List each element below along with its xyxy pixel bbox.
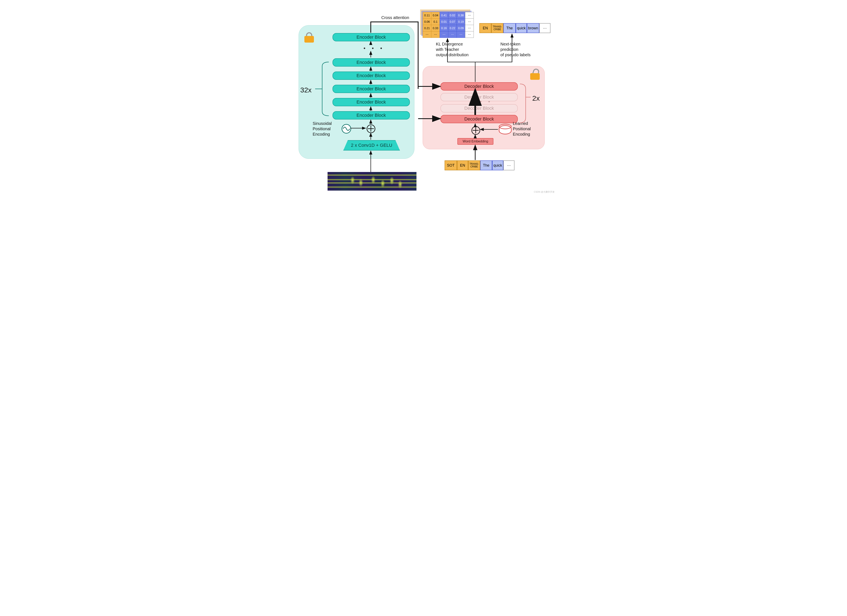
next-token-label: Next-token prediction of pseudo labels — [500, 41, 531, 57]
matrix-cell: 0.1 — [431, 18, 440, 25]
token-cell: The — [480, 161, 492, 170]
token-cell: quick — [492, 161, 503, 170]
matrix-cell: 0.19 — [457, 18, 465, 25]
watermark: CSDN @大鹏学开发 — [534, 190, 555, 193]
spectrogram-input — [328, 172, 416, 191]
matrix-cell: ⋯ — [423, 31, 431, 38]
token-cell: EN — [480, 23, 491, 33]
decoder-block-faded-2: Decoder Block — [440, 104, 518, 112]
matrix-cell: 0.02 — [448, 12, 457, 19]
encoder-block-1: Encoder Block — [332, 111, 410, 119]
encoder-ellipsis: • • • — [363, 45, 385, 52]
encoder-block-4: Encoder Block — [332, 72, 410, 80]
matrix-cell: 0.04 — [431, 12, 440, 19]
matrix-cell: 0.33 — [431, 25, 440, 31]
learned-pe-icon — [499, 125, 512, 134]
matrix-cell: 0.38 — [457, 12, 465, 19]
sine-icon — [342, 124, 351, 134]
conv-gelu-block: 2 x Conv1D + GELU — [343, 140, 400, 150]
matrix-cell: 0.07 — [448, 18, 457, 25]
matrix-cell: ⋯ — [465, 25, 474, 31]
learned-pe-label: Learned Positional Encoding — [513, 121, 531, 137]
word-embedding-block: Word Embedding — [457, 138, 493, 145]
matrix-cell: ⋯ — [465, 12, 474, 19]
matrix-cell: 0.41 — [440, 12, 448, 19]
token-cell: SOT — [444, 161, 457, 170]
output-token-row: ENTRANS- CRIBEThequickbrown⋯ — [480, 23, 550, 33]
token-cell: ⋯ — [539, 23, 550, 33]
lock-closed-icon — [304, 32, 314, 43]
encoder-block-5: Encoder Block — [332, 58, 410, 66]
matrix-cell: ⋯ — [440, 31, 448, 38]
matrix-cell: ⋯ — [457, 31, 465, 38]
matrix-cell: 0.01 — [440, 18, 448, 25]
token-cell: TRANS- CRIBE — [491, 23, 503, 33]
decoder-block-top: Decoder Block — [440, 82, 518, 91]
sinusoidal-pe-label: Sinusoidal Positional Encoding — [313, 121, 332, 137]
token-cell: brown — [527, 23, 539, 33]
matrix-cell: 0.09 — [457, 25, 465, 31]
token-cell: TRANS- CRIBE — [468, 161, 480, 170]
decoder-ellipsis: • • • — [471, 99, 493, 105]
matrix-cell: 0.22 — [448, 25, 457, 31]
matrix-cell: 0.11 — [423, 12, 431, 19]
matrix-cell: ⋯ — [431, 31, 440, 38]
token-cell: quick — [516, 23, 527, 33]
matrix-cell: ⋯ — [465, 18, 474, 25]
token-cell: EN — [457, 161, 468, 170]
lock-open-icon — [530, 69, 540, 80]
encoder-block-top: Encoder Block — [332, 33, 410, 41]
matrix-cell: 0.21 — [423, 25, 431, 31]
decoder-multiplier: 2x — [532, 94, 540, 102]
encoder-block-3: Encoder Block — [332, 85, 410, 93]
decoder-block-bottom: Decoder Block — [440, 115, 518, 123]
matrix-cell: ⋯ — [465, 31, 474, 38]
encoder-block-2: Encoder Block — [332, 98, 410, 106]
matrix-cell: 0.16 — [440, 25, 448, 31]
oplus-decoder-icon — [471, 126, 480, 135]
encoder-multiplier: 32x — [300, 86, 311, 94]
diagram-canvas: Encoder Block • • • Encoder Block Encode… — [291, 0, 556, 194]
input-token-row: SOTENTRANS- CRIBEThequick⋯ — [444, 161, 515, 170]
prob-matrix: 0.110.040.410.020.38⋯0.060.10.010.070.19… — [423, 12, 474, 38]
kl-divergence-label: KL Divergence with Teacher output distri… — [436, 41, 469, 57]
matrix-cell: ⋯ — [448, 31, 457, 38]
token-cell: ⋯ — [503, 161, 515, 170]
cross-attention-label: Cross attention — [381, 15, 409, 20]
matrix-cell: 0.06 — [423, 18, 431, 25]
oplus-encoder-icon — [367, 124, 375, 133]
token-cell: The — [503, 23, 516, 33]
